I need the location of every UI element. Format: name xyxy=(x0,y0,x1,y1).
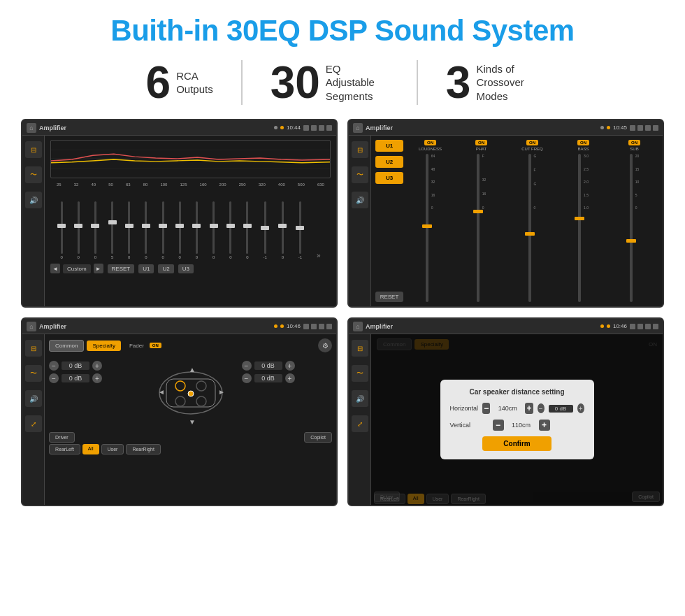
eq-speaker-btn[interactable]: 🔊 xyxy=(25,192,42,208)
eq-thumb-3[interactable] xyxy=(108,220,117,224)
channel-on-sub[interactable]: ON xyxy=(628,140,640,145)
eq-thumb-8[interactable] xyxy=(192,224,201,228)
home-icon[interactable] xyxy=(27,123,36,133)
eq-track-2[interactable] xyxy=(94,201,96,254)
cutfreq-slider[interactable] xyxy=(528,154,531,302)
eq-wave-btn[interactable]: 〜 xyxy=(25,166,42,183)
fader-minus-3[interactable]: − xyxy=(242,361,252,371)
crossover-sliders-btn[interactable]: ⊟ xyxy=(352,141,368,158)
dialog-sliders-btn[interactable]: ⊟ xyxy=(352,340,368,357)
loudness-slider[interactable] xyxy=(426,154,428,302)
eq-more-icon[interactable]: » xyxy=(317,252,321,259)
channel-on-cutfreq[interactable]: ON xyxy=(526,140,538,145)
bass-slider[interactable] xyxy=(578,154,581,302)
eq-track-1[interactable] xyxy=(78,201,80,254)
home-icon-3[interactable] xyxy=(27,322,36,331)
phat-slider[interactable] xyxy=(477,154,480,302)
crossover-u1-btn[interactable]: U1 xyxy=(375,140,403,152)
dialog-vertical-minus[interactable]: − xyxy=(493,420,504,431)
crossover-speaker-btn[interactable]: 🔊 xyxy=(352,192,368,208)
crossover-wave-btn[interactable]: 〜 xyxy=(352,166,368,183)
eq-thumb-9[interactable] xyxy=(210,224,218,228)
eq-track-6[interactable] xyxy=(162,201,164,254)
crossover-u2-btn[interactable]: U2 xyxy=(375,156,403,168)
sub-slider[interactable] xyxy=(630,154,633,302)
home-icon-4[interactable] xyxy=(353,322,363,331)
phat-thumb[interactable] xyxy=(473,210,483,213)
fader-minus-2[interactable]: − xyxy=(49,373,59,383)
dialog-speaker-btn[interactable]: 🔊 xyxy=(352,390,368,407)
fader-driver-btn[interactable]: Driver xyxy=(49,432,75,443)
page-title: Buith-in 30EQ DSP Sound System xyxy=(21,14,664,48)
eq-track-0[interactable] xyxy=(61,201,63,254)
cutfreq-thumb[interactable] xyxy=(525,232,535,236)
fader-plus-1[interactable]: + xyxy=(92,361,102,371)
eq-prev-btn[interactable]: ◄ xyxy=(50,264,60,273)
fader-rearright-btn[interactable]: RearRight xyxy=(126,444,161,454)
eq-thumb-4[interactable] xyxy=(125,224,134,228)
fader-settings-icon[interactable]: ⚙ xyxy=(318,338,332,352)
channel-on-loudness[interactable]: ON xyxy=(424,140,436,145)
eq-track-3[interactable] xyxy=(111,201,113,254)
dialog-horizontal-minus[interactable]: − xyxy=(482,403,490,414)
crossover-reset-btn[interactable]: RESET xyxy=(375,292,403,302)
eq-u2-btn[interactable]: U2 xyxy=(158,264,173,273)
eq-track-8[interactable] xyxy=(196,201,198,254)
eq-track-5[interactable] xyxy=(145,201,147,254)
fader-minus-4[interactable]: − xyxy=(242,373,252,383)
dialog-horizontal-plus[interactable]: + xyxy=(525,403,533,414)
fader-plus-3[interactable]: + xyxy=(285,361,295,371)
fader-minus-1[interactable]: − xyxy=(49,361,59,371)
eq-thumb-5[interactable] xyxy=(142,224,150,228)
eq-u3-btn[interactable]: U3 xyxy=(178,264,194,273)
fader-plus-4[interactable]: + xyxy=(285,373,295,383)
channel-on-phat[interactable]: ON xyxy=(475,140,487,145)
fader-arrows-btn[interactable]: ⤢ xyxy=(25,415,42,432)
eq-track-9[interactable] xyxy=(212,201,215,254)
eq-sliders-btn[interactable]: ⊟ xyxy=(25,141,42,158)
dialog-extra-plus-1[interactable]: + xyxy=(577,403,584,413)
channel-on-bass[interactable]: ON xyxy=(577,140,589,145)
eq-thumb-11[interactable] xyxy=(243,224,252,228)
fader-specialty-btn[interactable]: Specialty xyxy=(87,341,120,351)
fader-sliders-btn[interactable]: ⊟ xyxy=(25,340,42,357)
loudness-thumb[interactable] xyxy=(422,224,432,228)
fader-user-btn[interactable]: User xyxy=(101,444,124,454)
eq-thumb-7[interactable] xyxy=(175,224,184,228)
dialog-vertical-plus[interactable]: + xyxy=(539,420,550,431)
eq-reset-btn[interactable]: RESET xyxy=(108,264,135,273)
eq-track-7[interactable] xyxy=(179,201,181,254)
eq-track-13[interactable] xyxy=(282,201,284,254)
fader-wave-btn[interactable]: 〜 xyxy=(25,365,42,382)
fader-rearleft-btn[interactable]: RearLeft xyxy=(49,444,80,454)
dialog-wave-btn[interactable]: 〜 xyxy=(352,365,368,382)
eq-track-4[interactable] xyxy=(128,201,130,254)
fader-on-btn[interactable]: ON xyxy=(150,343,161,348)
fader-speaker-btn[interactable]: 🔊 xyxy=(25,390,42,407)
eq-thumb-13[interactable] xyxy=(278,224,287,228)
fader-plus-2[interactable]: + xyxy=(92,373,102,383)
eq-thumb-2[interactable] xyxy=(91,224,99,228)
eq-thumb-1[interactable] xyxy=(74,224,82,228)
bass-thumb[interactable] xyxy=(575,217,584,220)
eq-track-10[interactable] xyxy=(229,201,231,254)
eq-thumb-12[interactable] xyxy=(261,226,269,230)
eq-thumb-0[interactable] xyxy=(57,224,66,228)
eq-next-btn[interactable]: ► xyxy=(94,264,103,273)
home-icon-2[interactable] xyxy=(353,123,363,133)
eq-thumb-14[interactable] xyxy=(296,226,304,230)
eq-track-11[interactable] xyxy=(246,201,248,254)
eq-thumb-10[interactable] xyxy=(226,224,235,228)
dialog-arrows-btn[interactable]: ⤢ xyxy=(352,415,368,432)
crossover-u3-btn[interactable]: U3 xyxy=(375,172,403,184)
fader-all-btn[interactable]: All xyxy=(82,444,99,454)
dialog-extra-minus-1[interactable]: − xyxy=(538,403,545,413)
fader-common-btn[interactable]: Common xyxy=(49,340,84,352)
confirm-button[interactable]: Confirm xyxy=(482,436,551,451)
eq-u1-btn[interactable]: U1 xyxy=(138,264,154,273)
eq-track-12[interactable] xyxy=(264,201,266,254)
eq-track-14[interactable] xyxy=(299,201,301,254)
sub-thumb[interactable] xyxy=(626,239,636,243)
eq-thumb-6[interactable] xyxy=(159,224,167,228)
fader-copilot-btn[interactable]: Copilot xyxy=(304,432,332,443)
